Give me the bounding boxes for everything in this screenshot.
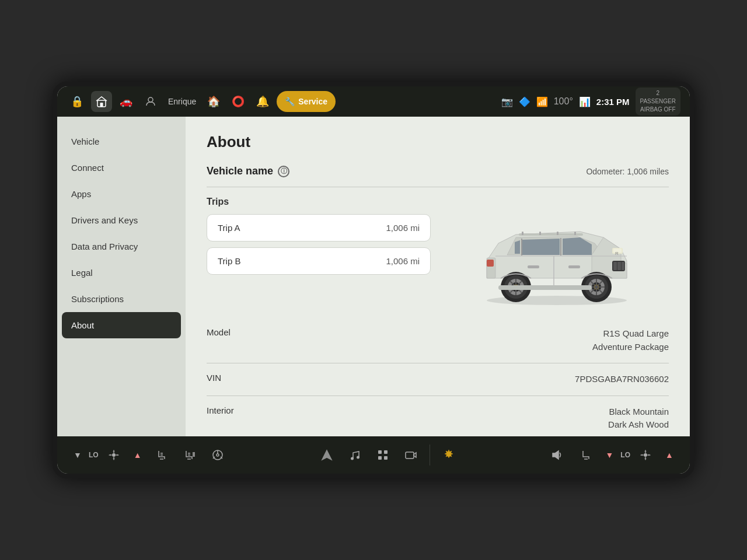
wifi-icon: 📶 [536,96,548,107]
bottom-expand[interactable]: ▼ [601,442,618,468]
trips-header: Trips [207,197,431,207]
home-icon[interactable] [91,91,112,112]
trip-a-label: Trip A [218,223,240,233]
svg-rect-40 [557,232,558,235]
sidebar-item-drivers-keys[interactable]: Drivers and Keys [57,207,186,233]
user-label: Enrique [165,97,200,106]
car-icon[interactable]: 🚗 [116,91,137,112]
service-button[interactable]: 🔧 Service [277,91,336,112]
vehicle-name-row: Vehicle name ⓘ Odometer: 1,006 miles [207,165,669,177]
navigation-btn[interactable] [314,442,340,468]
svg-rect-17 [568,265,580,268]
svg-rect-57 [384,456,388,460]
left-fan-label: LO [89,451,99,459]
model-value: R1S Quad LargeAdventure Package [592,327,669,354]
trip-b-card[interactable]: Trip B 1,006 mi [207,247,431,275]
right-fan-icon[interactable] [633,442,658,468]
sidebar-item-apps[interactable]: Apps [57,181,186,207]
camera-btn[interactable] [398,442,424,468]
svg-point-2 [148,97,153,102]
apps-btn[interactable] [370,442,396,468]
seat-heat-1[interactable] [149,442,174,468]
svg-rect-13 [487,260,494,267]
user-icon[interactable] [140,91,161,112]
content-grid: Trips Trip A 1,006 mi Trip B 1,006 mi [207,197,669,313]
sidebar-item-legal[interactable]: Legal [57,260,186,286]
house-icon[interactable]: 🏠 [203,91,224,112]
vehicle-name-section: Vehicle name ⓘ [207,165,289,177]
model-label: Model [207,327,253,337]
main-content: Vehicle Connect Apps Drivers and Keys Da… [57,117,690,436]
svg-rect-41 [574,232,576,235]
circle-icon[interactable]: ⭕ [228,91,249,112]
sidebar-item-about[interactable]: About [62,312,181,338]
svg-rect-8 [617,262,621,270]
right-up-arrow[interactable]: ▲ [661,442,678,468]
svg-rect-36 [498,285,592,290]
top-bar: 🔒 🚗 Enriqu [57,86,690,117]
svg-point-53 [357,456,359,459]
interior-row: Interior Black MountainDark Ash Wood [207,396,669,437]
top-bar-left: 🔒 🚗 Enriqu [67,91,497,112]
vehicle-name-info-icon[interactable]: ⓘ [278,166,289,177]
main-panel: About Vehicle name ⓘ Odometer: 1,006 mil… [186,117,690,436]
passenger-airbag-badge: 2 PASSENGER AIRBAG OFF [636,88,681,116]
signal-icon: 📊 [579,96,591,107]
svg-rect-54 [378,450,382,454]
trip-b-value: 1,006 mi [386,256,420,266]
sidebar: Vehicle Connect Apps Drivers and Keys Da… [57,117,186,436]
volume-btn[interactable] [544,442,570,468]
trip-a-value: 1,006 mi [386,223,420,233]
time-display: 2:31 PM [596,97,630,107]
svg-rect-56 [378,456,382,460]
vin-value: 7PDSGABA7RN036602 [575,373,669,386]
model-row: Model R1S Quad LargeAdventure Package [207,318,669,363]
interior-label: Interior [207,405,253,415]
svg-rect-1 [100,103,103,107]
sidebar-item-vehicle[interactable]: Vehicle [57,128,186,155]
vehicle-image: R [445,197,669,313]
bluetooth-icon: 🔷 [519,96,530,107]
left-fan-icon[interactable] [101,442,127,468]
page-title: About [207,133,669,151]
svg-rect-58 [406,452,414,459]
music-btn[interactable] [342,442,368,468]
svg-marker-51 [322,450,331,460]
svg-rect-37 [519,233,583,236]
vin-row: VIN 7PDSGABA7RN036602 [207,363,669,396]
svg-point-61 [644,453,647,457]
svg-point-47 [217,454,219,456]
svg-rect-7 [613,262,617,270]
bottom-divider [430,444,430,466]
steering-heat[interactable] [205,442,231,468]
left-down-arrow[interactable]: ▼ [69,442,86,468]
svg-point-43 [112,453,116,457]
sidebar-item-subscriptions[interactable]: Subscriptions [57,286,186,312]
settings-btn[interactable] [436,442,462,468]
camera-icon: 📷 [501,96,513,107]
svg-rect-38 [522,232,523,235]
right-seat-heat[interactable] [573,442,598,468]
svg-rect-16 [528,265,539,268]
info-section: Model R1S Quad LargeAdventure Package VI… [207,318,669,436]
svg-rect-55 [384,450,388,454]
svg-rect-9 [622,262,624,270]
bottom-bar: ▼ LO ▲ [57,436,690,474]
trip-a-card[interactable]: Trip A 1,006 mi [207,214,431,242]
sidebar-item-data-privacy[interactable]: Data and Privacy [57,233,186,260]
lock-icon[interactable]: 🔒 [67,91,88,112]
odometer-display: Odometer: 1,006 miles [586,167,669,176]
interior-value: Black MountainDark Ash Wood [608,405,669,432]
sidebar-item-connect[interactable]: Connect [57,155,186,181]
seat-heat-2[interactable] [177,442,203,468]
svg-rect-39 [539,232,541,235]
vin-label: VIN [207,373,253,383]
left-up-arrow[interactable]: ▲ [129,442,146,468]
top-bar-right: 📷 🔷 📶 100° 📊 2:31 PM 2 PASSENGER AIRBAG … [501,88,680,116]
divider-top [207,187,669,187]
temperature-display: 100° [554,96,573,107]
bell-icon[interactable]: 🔔 [252,91,273,112]
trip-b-label: Trip B [218,256,240,266]
svg-text:R: R [615,251,619,256]
svg-point-52 [351,457,354,460]
